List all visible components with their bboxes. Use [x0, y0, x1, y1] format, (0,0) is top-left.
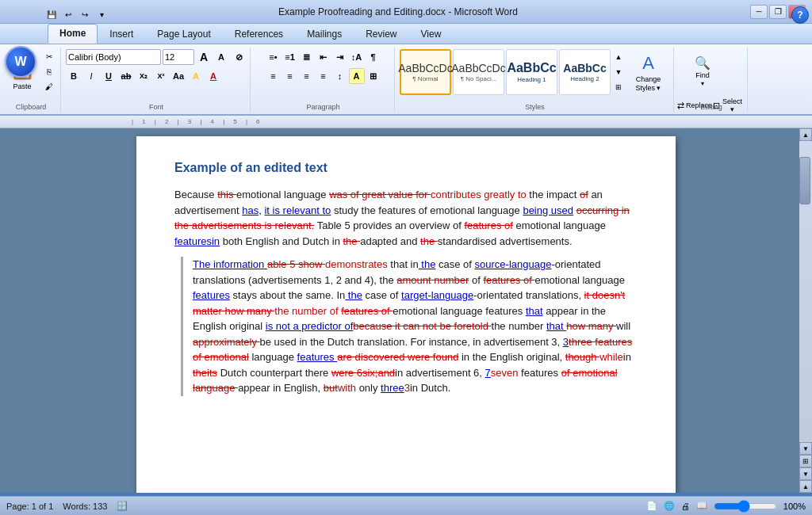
styles-group: AaBbCcDc ¶ Normal AaBbCcDc ¶ No Spaci...…	[396, 48, 674, 113]
scrollbar-track[interactable]	[799, 141, 812, 442]
strikethrough-button[interactable]: ab	[118, 68, 134, 84]
replace-icon: ⇄	[677, 101, 684, 111]
tab-mailings[interactable]: Mailings	[295, 25, 354, 44]
title-bar: 💾 ↩ ↪ ▾ Example Proofreading and Editing…	[0, 0, 812, 24]
multilevel-button[interactable]: ≣	[299, 49, 315, 65]
style-heading1-preview: AaBbCc	[507, 62, 556, 74]
font-name-row: A A ⊘	[66, 49, 247, 65]
style-heading1[interactable]: AaBbCc Heading 1	[506, 49, 557, 95]
tab-insert[interactable]: Insert	[98, 25, 145, 44]
align-left-button[interactable]: ≡	[266, 68, 282, 84]
scroll-down-button[interactable]: ▼	[799, 442, 812, 455]
ribbon-tabs: Home Insert Page Layout References Maili…	[0, 24, 812, 44]
subscript-button[interactable]: X₂	[136, 68, 151, 84]
font-size-input[interactable]	[163, 49, 194, 65]
find-button[interactable]: 🔍 Find ▾	[679, 49, 726, 93]
p1-s1: Because	[174, 189, 217, 200]
tab-home[interactable]: Home	[48, 24, 98, 44]
paragraph-label: Paragraph	[306, 103, 339, 111]
italic-button[interactable]: I	[83, 68, 99, 84]
tab-page-layout[interactable]: Page Layout	[145, 25, 222, 44]
scroll-options-button[interactable]: ⊞	[799, 455, 812, 467]
vertical-scrollbar[interactable]: ▲ ▼ ⊞ ▼ ▲	[799, 128, 812, 493]
next-page-button[interactable]: ▼	[799, 467, 812, 480]
p1-s18: emotional language	[513, 219, 606, 231]
style-heading2[interactable]: AaBbCc Heading 2	[559, 49, 611, 95]
justify-button[interactable]: ≡	[316, 68, 331, 84]
save-qat-button[interactable]: 💾	[44, 8, 59, 21]
p2-s23: that	[526, 305, 543, 317]
shading-button[interactable]: A	[349, 68, 365, 84]
style-up-button[interactable]: ▲	[612, 50, 625, 64]
view-print-icon[interactable]: 🖨	[681, 502, 690, 511]
font-shrink-button[interactable]: A	[213, 49, 229, 65]
p2-s50: appear in English,	[238, 382, 324, 394]
style-no-spacing[interactable]: AaBbCcDc ¶ No Spaci...	[453, 49, 504, 95]
view-normal-icon[interactable]: 📄	[646, 501, 657, 511]
zoom-slider[interactable]	[714, 500, 777, 513]
view-web-icon[interactable]: 🌐	[664, 501, 675, 511]
decrease-indent-button[interactable]: ⇤	[316, 49, 331, 65]
copy-button[interactable]: ⎘	[41, 64, 57, 78]
align-center-button[interactable]: ≡	[282, 68, 298, 84]
bold-button[interactable]: B	[66, 68, 82, 84]
ribbon: 📋 Paste ✂ ⎘ 🖌 Clipboard A A ⊘ B I	[0, 44, 812, 116]
tab-view[interactable]: View	[409, 25, 454, 44]
text-highlight-button[interactable]: A	[188, 68, 204, 84]
font-name-input[interactable]	[66, 49, 161, 65]
increase-indent-button[interactable]: ⇥	[332, 49, 348, 65]
help-button[interactable]: ?	[791, 6, 809, 24]
p2-s27: the number	[492, 320, 546, 332]
superscript-button[interactable]: X²	[153, 68, 169, 84]
redo-qat-button[interactable]: ↪	[78, 8, 92, 21]
p2-s13: features	[193, 289, 230, 301]
font-color-button[interactable]: A	[205, 68, 221, 84]
p1-s19: featuresin	[174, 235, 220, 247]
prev-page-button[interactable]: ▲	[799, 480, 812, 493]
font-grow-button[interactable]: A	[196, 49, 212, 65]
cut-button[interactable]: ✂	[41, 49, 57, 63]
bullets-button[interactable]: ≡•	[266, 49, 282, 65]
paragraph-2: The information able 5 show demonstrates…	[181, 257, 638, 396]
show-formatting-button[interactable]: ¶	[366, 49, 381, 65]
p2-s32: be used in the Dutch translation. For in…	[260, 336, 563, 348]
document-page: Example of an edited text Because this e…	[136, 136, 676, 493]
change-styles-button[interactable]: A ChangeStyles ▾	[626, 49, 670, 97]
clipboard-small-buttons: ✂ ⎘ 🖌	[41, 49, 57, 93]
minimize-button[interactable]: ─	[750, 5, 768, 19]
p2-s47: seven	[491, 367, 519, 379]
scrollbar-thumb[interactable]	[799, 157, 810, 204]
office-orb-button[interactable]: W	[5, 46, 36, 78]
line-spacing-button[interactable]: ↕	[332, 68, 348, 84]
styles-label: Styles	[525, 103, 545, 111]
style-down-button[interactable]: ▼	[612, 65, 625, 79]
clipboard-label: Clipboard	[16, 103, 47, 111]
scroll-up-button[interactable]: ▲	[799, 128, 812, 141]
p2-s3: demonstrates	[325, 258, 388, 270]
align-right-button[interactable]: ≡	[299, 68, 315, 84]
numbering-button[interactable]: ≡1	[282, 49, 298, 65]
list-row: ≡• ≡1 ≣ ⇤ ⇥ ↕A ¶	[266, 49, 381, 65]
tab-review[interactable]: Review	[354, 25, 408, 44]
change-styles-icon: A	[642, 53, 654, 74]
qat-dropdown-button[interactable]: ▾	[94, 8, 109, 21]
restore-button[interactable]: ❐	[769, 5, 787, 19]
sort-button[interactable]: ↕A	[349, 49, 365, 65]
style-boxes: AaBbCcDc ¶ Normal AaBbCcDc ¶ No Spaci...…	[400, 49, 625, 95]
view-reading-icon[interactable]: 📖	[696, 501, 707, 511]
borders-button[interactable]: ⊞	[366, 68, 381, 84]
underline-button[interactable]: U	[101, 68, 117, 84]
style-expand-button[interactable]: ⊞	[612, 80, 625, 94]
p2-s48: features	[519, 367, 561, 379]
language-icon: 🔡	[117, 501, 128, 511]
undo-qat-button[interactable]: ↩	[61, 8, 75, 21]
format-painter-button[interactable]: 🖌	[41, 79, 57, 93]
p2-s28: that	[546, 320, 566, 332]
change-case-button[interactable]: Aa	[170, 68, 186, 84]
p1-s9: has,	[242, 204, 262, 216]
font-label: Font	[149, 103, 163, 111]
clear-format-button[interactable]: ⊘	[231, 49, 247, 65]
style-normal[interactable]: AaBbCcDc ¶ Normal	[400, 49, 451, 95]
tab-references[interactable]: References	[223, 25, 295, 44]
p2-s6: case of	[435, 258, 474, 270]
